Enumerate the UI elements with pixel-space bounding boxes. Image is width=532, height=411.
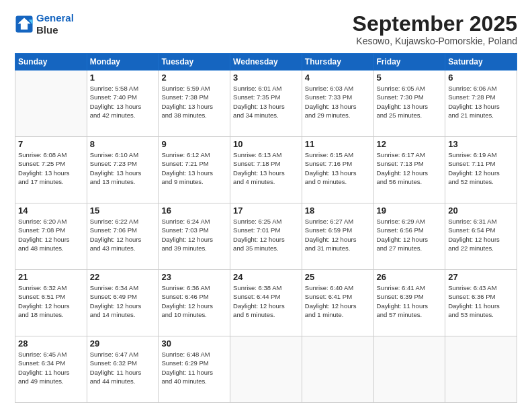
day-number: 16 [161,205,227,216]
calendar-cell: 20Sunrise: 6:31 AMSunset: 6:54 PMDayligh… [445,203,517,270]
day-number: 21 [18,272,84,282]
day-info: Sunrise: 6:13 AMSunset: 7:18 PMDaylight:… [233,150,299,186]
day-info: Sunrise: 6:19 AMSunset: 7:11 PMDaylight:… [448,150,514,186]
day-number: 30 [161,338,227,349]
day-number: 19 [377,205,443,216]
calendar-cell: 22Sunrise: 6:34 AMSunset: 6:49 PMDayligh… [87,270,159,336]
calendar-cell [230,336,302,403]
day-info: Sunrise: 6:24 AMSunset: 7:03 PMDaylight:… [161,217,227,253]
day-info: Sunrise: 6:29 AMSunset: 6:56 PMDaylight:… [377,217,443,253]
day-number: 4 [305,73,371,83]
day-number: 27 [448,272,514,282]
day-info: Sunrise: 6:48 AMSunset: 6:29 PMDaylight:… [161,350,227,385]
calendar-cell: 26Sunrise: 6:41 AMSunset: 6:39 PMDayligh… [373,270,445,336]
calendar-cell: 28Sunrise: 6:45 AMSunset: 6:34 PMDayligh… [15,336,87,403]
day-number: 23 [161,272,227,282]
calendar-cell: 29Sunrise: 6:47 AMSunset: 6:32 PMDayligh… [87,336,159,403]
calendar-cell: 7Sunrise: 6:08 AMSunset: 7:25 PMDaylight… [15,137,87,203]
day-number: 8 [90,139,156,149]
day-info: Sunrise: 6:41 AMSunset: 6:39 PMDaylight:… [377,283,443,319]
logo: General Blue [15,12,74,36]
logo-text: General Blue [36,12,74,36]
calendar-cell [302,336,373,403]
calendar-week-row: 7Sunrise: 6:08 AMSunset: 7:25 PMDaylight… [15,137,517,203]
calendar-cell: 25Sunrise: 6:40 AMSunset: 6:41 PMDayligh… [302,270,373,336]
calendar-header-monday: Monday [87,54,159,71]
calendar-cell [373,336,445,403]
day-number: 18 [305,205,371,216]
day-info: Sunrise: 6:40 AMSunset: 6:41 PMDaylight:… [305,283,371,319]
calendar-cell: 24Sunrise: 6:38 AMSunset: 6:44 PMDayligh… [230,270,302,336]
month-title: September 2025 [353,12,517,36]
calendar-cell: 10Sunrise: 6:13 AMSunset: 7:18 PMDayligh… [230,137,302,203]
calendar-week-row: 14Sunrise: 6:20 AMSunset: 7:08 PMDayligh… [15,203,517,270]
calendar-cell: 14Sunrise: 6:20 AMSunset: 7:08 PMDayligh… [15,203,87,270]
calendar-header-thursday: Thursday [302,54,373,71]
day-info: Sunrise: 6:06 AMSunset: 7:28 PMDaylight:… [448,84,514,120]
calendar-cell: 30Sunrise: 6:48 AMSunset: 6:29 PMDayligh… [159,336,230,403]
calendar-cell: 16Sunrise: 6:24 AMSunset: 7:03 PMDayligh… [159,203,230,270]
day-number: 22 [90,272,156,282]
calendar-cell: 17Sunrise: 6:25 AMSunset: 7:01 PMDayligh… [230,203,302,270]
day-number: 11 [305,139,371,149]
calendar-header-friday: Friday [373,54,445,71]
calendar-week-row: 1Sunrise: 5:58 AMSunset: 7:40 PMDaylight… [15,71,517,137]
day-info: Sunrise: 6:38 AMSunset: 6:44 PMDaylight:… [233,283,299,319]
day-number: 14 [18,205,84,216]
day-info: Sunrise: 6:25 AMSunset: 7:01 PMDaylight:… [233,217,299,253]
calendar-header-wednesday: Wednesday [230,54,302,71]
day-info: Sunrise: 6:05 AMSunset: 7:30 PMDaylight:… [377,84,443,120]
calendar-cell: 19Sunrise: 6:29 AMSunset: 6:56 PMDayligh… [373,203,445,270]
day-number: 6 [448,73,514,83]
day-number: 20 [448,205,514,216]
day-info: Sunrise: 6:36 AMSunset: 6:46 PMDaylight:… [161,283,227,319]
calendar-header-row: SundayMondayTuesdayWednesdayThursdayFrid… [15,54,517,71]
day-number: 28 [18,338,84,349]
day-info: Sunrise: 6:15 AMSunset: 7:16 PMDaylight:… [305,150,371,186]
day-info: Sunrise: 6:03 AMSunset: 7:33 PMDaylight:… [305,84,371,120]
day-info: Sunrise: 6:27 AMSunset: 6:59 PMDaylight:… [305,217,371,253]
calendar-cell [15,71,87,137]
day-info: Sunrise: 6:45 AMSunset: 6:34 PMDaylight:… [18,350,84,385]
location: Kesowo, Kujawsko-Pomorskie, Poland [353,36,517,46]
calendar-cell: 13Sunrise: 6:19 AMSunset: 7:11 PMDayligh… [445,137,517,203]
day-info: Sunrise: 6:12 AMSunset: 7:21 PMDaylight:… [161,150,227,186]
day-info: Sunrise: 6:17 AMSunset: 7:13 PMDaylight:… [377,150,443,186]
day-info: Sunrise: 6:20 AMSunset: 7:08 PMDaylight:… [18,217,84,253]
day-info: Sunrise: 6:08 AMSunset: 7:25 PMDaylight:… [18,150,84,186]
calendar-cell: 9Sunrise: 6:12 AMSunset: 7:21 PMDaylight… [159,137,230,203]
day-info: Sunrise: 6:10 AMSunset: 7:23 PMDaylight:… [90,150,156,186]
calendar-header-sunday: Sunday [15,54,87,71]
day-info: Sunrise: 6:32 AMSunset: 6:51 PMDaylight:… [18,283,84,319]
day-info: Sunrise: 6:47 AMSunset: 6:32 PMDaylight:… [90,350,156,385]
calendar-week-row: 21Sunrise: 6:32 AMSunset: 6:51 PMDayligh… [15,270,517,336]
page: General Blue September 2025 Kesowo, Kuja… [0,0,532,411]
day-number: 17 [233,205,299,216]
header: General Blue September 2025 Kesowo, Kuja… [15,12,517,46]
calendar-cell: 3Sunrise: 6:01 AMSunset: 7:35 PMDaylight… [230,71,302,137]
title-block: September 2025 Kesowo, Kujawsko-Pomorski… [353,12,517,46]
day-number: 12 [377,139,443,149]
calendar-cell: 23Sunrise: 6:36 AMSunset: 6:46 PMDayligh… [159,270,230,336]
day-number: 3 [233,73,299,83]
calendar-cell: 21Sunrise: 6:32 AMSunset: 6:51 PMDayligh… [15,270,87,336]
day-number: 1 [90,73,156,83]
day-info: Sunrise: 6:34 AMSunset: 6:49 PMDaylight:… [90,283,156,319]
calendar-header-tuesday: Tuesday [159,54,230,71]
day-info: Sunrise: 5:58 AMSunset: 7:40 PMDaylight:… [90,84,156,120]
day-info: Sunrise: 6:31 AMSunset: 6:54 PMDaylight:… [448,217,514,253]
calendar-week-row: 28Sunrise: 6:45 AMSunset: 6:34 PMDayligh… [15,336,517,403]
day-info: Sunrise: 6:01 AMSunset: 7:35 PMDaylight:… [233,84,299,120]
day-info: Sunrise: 6:22 AMSunset: 7:06 PMDaylight:… [90,217,156,253]
day-number: 13 [448,139,514,149]
calendar-cell: 12Sunrise: 6:17 AMSunset: 7:13 PMDayligh… [373,137,445,203]
day-number: 29 [90,338,156,349]
calendar-cell: 2Sunrise: 5:59 AMSunset: 7:38 PMDaylight… [159,71,230,137]
calendar-table: SundayMondayTuesdayWednesdayThursdayFrid… [15,53,517,403]
calendar-cell: 5Sunrise: 6:05 AMSunset: 7:30 PMDaylight… [373,71,445,137]
calendar-cell: 6Sunrise: 6:06 AMSunset: 7:28 PMDaylight… [445,71,517,137]
logo-icon [15,15,34,34]
day-number: 24 [233,272,299,282]
day-number: 10 [233,139,299,149]
calendar-cell: 11Sunrise: 6:15 AMSunset: 7:16 PMDayligh… [302,137,373,203]
